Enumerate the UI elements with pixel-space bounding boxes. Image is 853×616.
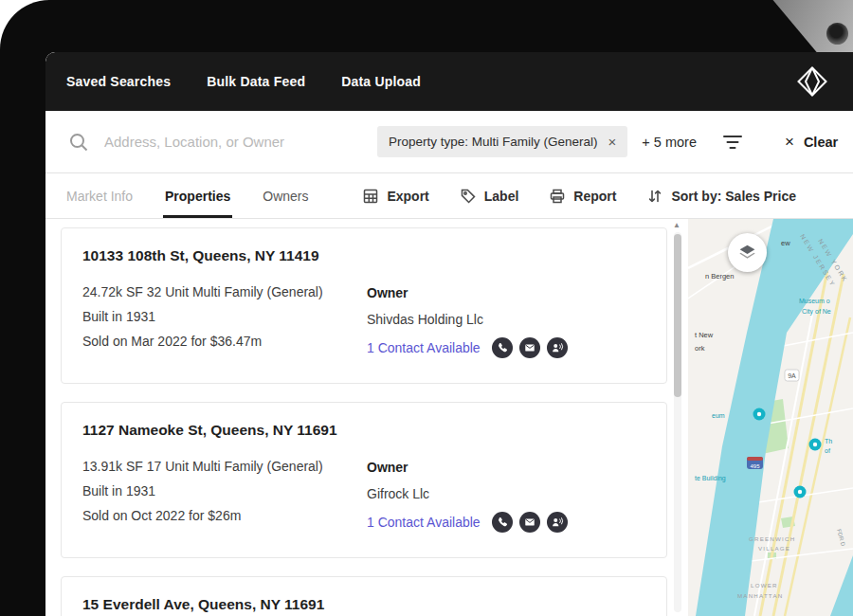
property-facts: 13.91k SF 17 Unit Multi Family (General)…: [82, 454, 367, 533]
svg-text:ork: ork: [695, 344, 705, 353]
device-camera: [826, 23, 848, 45]
map-pin-museum[interactable]: [753, 408, 766, 421]
phone-icon[interactable]: [492, 512, 513, 533]
property-address[interactable]: 15 Everdell Ave, Queens, NY 11691: [82, 596, 645, 613]
svg-text:9A: 9A: [788, 372, 796, 379]
device-mockup: Saved Searches Bulk Data Feed Data Uploa…: [0, 0, 853, 616]
chip-remove-icon[interactable]: ×: [608, 135, 617, 149]
nav-saved-searches[interactable]: Saved Searches: [66, 74, 171, 89]
filter-chip-label: Property type: Multi Family (General): [389, 135, 598, 149]
toolbar-actions: Export Label Report: [362, 173, 796, 218]
person-signal-icon[interactable]: [547, 512, 568, 533]
email-icon[interactable]: [519, 512, 540, 533]
top-nav-links: Saved Searches Bulk Data Feed Data Uploa…: [66, 74, 421, 89]
tabs-toolbar: Market Info Properties Owners Export: [45, 173, 853, 219]
sort-button[interactable]: Sort by: Sales Price: [646, 188, 796, 205]
property-built: Built in 1931: [82, 479, 367, 503]
property-sold: Sold on Mar 2022 for $36.47m: [82, 329, 367, 353]
svg-text:VILLAGE: VILLAGE: [758, 545, 790, 552]
svg-text:of: of: [825, 447, 830, 454]
owner-name: Shivdas Holding Llc: [367, 306, 568, 333]
svg-text:n Bergen: n Bergen: [705, 272, 734, 281]
layers-icon: [737, 243, 757, 263]
contact-available-link[interactable]: 1 Contact Available: [367, 515, 481, 530]
app-screen: Saved Searches Bulk Data Feed Data Uploa…: [45, 52, 853, 616]
report-button[interactable]: Report: [549, 188, 616, 205]
nav-bulk-data-feed[interactable]: Bulk Data Feed: [207, 74, 305, 89]
main-content: 10133 108th St, Queens, NY 11419 24.72k …: [45, 219, 853, 616]
svg-text:GREENWICH: GREENWICH: [749, 535, 795, 542]
map-pin-building[interactable]: [794, 486, 807, 498]
person-signal-icon[interactable]: [547, 337, 568, 358]
property-card[interactable]: 15 Everdell Ave, Queens, NY 11691: [61, 576, 667, 616]
contact-row: 1 Contact Available: [367, 337, 568, 358]
property-list: 10133 108th St, Queens, NY 11419 24.72k …: [45, 219, 669, 616]
printer-icon: [549, 188, 566, 205]
property-address[interactable]: 10133 108th St, Queens, NY 11419: [82, 247, 645, 264]
export-label: Export: [387, 189, 428, 204]
property-built: Built in 1931: [82, 304, 367, 329]
search-icon: [68, 132, 89, 153]
property-size: 13.91k SF 17 Unit Multi Family (General): [82, 454, 367, 479]
label-button[interactable]: Label: [460, 188, 519, 205]
svg-text:eum: eum: [712, 412, 725, 419]
top-navigation: Saved Searches Bulk Data Feed Data Uploa…: [45, 52, 853, 111]
clear-x-icon: ×: [785, 134, 794, 150]
report-label: Report: [573, 189, 616, 204]
property-address[interactable]: 1127 Nameoke St, Queens, NY 11691: [82, 422, 645, 439]
phone-icon[interactable]: [492, 337, 513, 358]
label-label: Label: [484, 189, 519, 204]
owner-name: Gifrock Llc: [367, 480, 568, 507]
tab-properties[interactable]: Properties: [163, 173, 232, 218]
owner-heading: Owner: [367, 454, 568, 480]
sort-label: Sort by: Sales Price: [671, 189, 796, 204]
scrollbar-thumb[interactable]: [674, 234, 681, 397]
svg-text:MANHATTAN: MANHATTAN: [737, 592, 783, 599]
property-card[interactable]: 1127 Nameoke St, Queens, NY 11691 13.91k…: [61, 402, 667, 558]
map-pin-poi[interactable]: [809, 439, 822, 451]
tab-market-info[interactable]: Market Info: [64, 173, 135, 218]
svg-text:ew: ew: [781, 239, 790, 247]
svg-text:495: 495: [750, 463, 760, 469]
contact-available-link[interactable]: 1 Contact Available: [367, 340, 481, 355]
svg-text:Museum o: Museum o: [799, 298, 830, 304]
owner-column: Owner Shivdas Holding Llc 1 Contact Avai…: [367, 280, 568, 358]
owner-heading: Owner: [367, 280, 568, 306]
email-icon[interactable]: [519, 337, 540, 358]
property-facts: 24.72k SF 32 Unit Multi Family (General)…: [82, 280, 367, 358]
tag-icon: [460, 188, 477, 205]
export-button[interactable]: Export: [362, 188, 428, 205]
svg-text:t New: t New: [695, 331, 714, 339]
search-input[interactable]: [102, 133, 349, 151]
more-filters-link[interactable]: + 5 more: [642, 135, 697, 150]
owner-column: Owner Gifrock Llc 1 Contact Available: [367, 454, 568, 533]
search-filter-bar: Property type: Multi Family (General) × …: [45, 111, 853, 173]
brand-logo-icon[interactable]: [796, 65, 828, 98]
contact-row: 1 Contact Available: [367, 512, 568, 533]
filter-chip-property-type[interactable]: Property type: Multi Family (General) ×: [377, 126, 627, 157]
interstate-495-shield: 495: [747, 457, 763, 469]
filter-sliders-icon[interactable]: [722, 133, 743, 152]
property-card[interactable]: 10133 108th St, Queens, NY 11419 24.72k …: [61, 227, 667, 384]
nav-data-upload[interactable]: Data Upload: [341, 74, 421, 89]
svg-text:City of Ne: City of Ne: [802, 308, 831, 316]
map-layers-button[interactable]: [728, 233, 767, 272]
property-sold: Sold on Oct 2022 for $26m: [82, 503, 367, 528]
clear-filters-button[interactable]: × Clear: [785, 134, 838, 150]
route-9a-shield: 9A: [785, 370, 799, 381]
list-scrollbar[interactable]: ▲: [669, 219, 688, 616]
map-panel[interactable]: 9A 495: [688, 219, 853, 616]
result-tabs: Market Info Properties Owners: [64, 173, 311, 218]
svg-text:LOWER: LOWER: [751, 582, 778, 589]
tab-owners[interactable]: Owners: [261, 173, 310, 218]
svg-text:Th: Th: [825, 438, 832, 444]
property-size: 24.72k SF 32 Unit Multi Family (General): [82, 280, 367, 304]
svg-text:te Building: te Building: [695, 475, 726, 482]
scrollbar-up-arrow[interactable]: ▲: [673, 221, 681, 229]
clear-label: Clear: [804, 135, 838, 150]
export-spreadsheet-icon: [362, 188, 379, 205]
sort-arrows-icon: [646, 188, 663, 205]
